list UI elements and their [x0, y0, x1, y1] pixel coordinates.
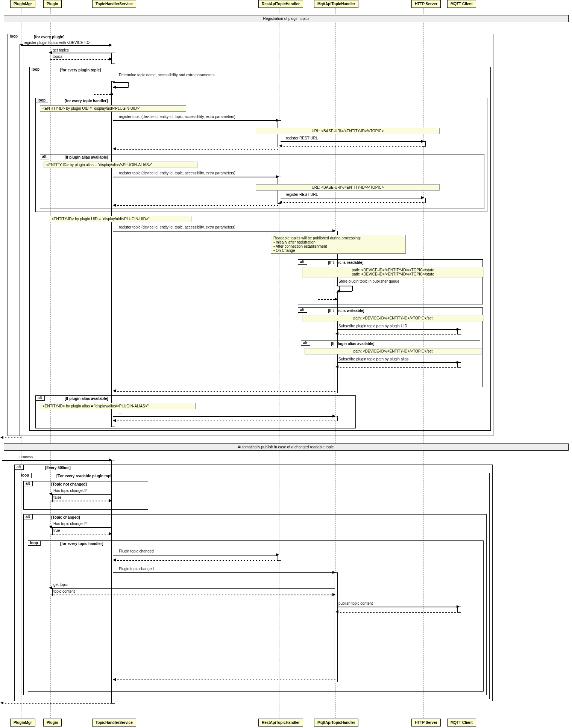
- note-readable-l2: Initially after registration: [276, 240, 316, 244]
- arrowhead-icon: [335, 365, 338, 368]
- actor-mqttclient: MQTT Client: [447, 0, 476, 8]
- arrow: [113, 231, 335, 232]
- arrow: [2, 437, 23, 438]
- arrow: [113, 555, 278, 555]
- arrow: [318, 299, 337, 300]
- arrow: [113, 120, 278, 121]
- msg-register-rest-url: register REST URL: [286, 136, 318, 140]
- actor-plugin: Plugin: [43, 0, 62, 8]
- arrow: [114, 421, 335, 421]
- msg-has-changed2: Has topic changed?: [53, 522, 86, 526]
- msg-process: process: [20, 455, 33, 459]
- msg-register-plugin-topics: register plugin topics with <DEVICE-ID>: [24, 41, 90, 45]
- arrowhead-icon: [113, 204, 116, 207]
- arrow: [281, 141, 423, 142]
- arrowhead-icon: [335, 332, 338, 335]
- arrowhead-icon: [113, 147, 116, 150]
- arrow: [114, 149, 279, 150]
- arrowhead-icon: [49, 492, 52, 495]
- note-url: URL: <BASE-URI>/<ENTITY-ID>/<TOPIC>: [256, 128, 440, 134]
- arrowhead-icon: [337, 289, 340, 292]
- divider-registration: Registration of plugin topics: [4, 15, 569, 22]
- arrowhead-icon: [457, 605, 460, 608]
- msg-subscribe-uid: Subscribe plugin topic path by plugin UI…: [338, 324, 407, 328]
- actor-httpserver: HTTP Server: [411, 0, 441, 8]
- arrowhead-icon: [457, 328, 460, 331]
- arrowhead-icon: [111, 92, 114, 95]
- arrow: [337, 334, 459, 334]
- arrow: [337, 362, 459, 363]
- actor-pluginmgr2: PluginMgr: [10, 719, 35, 726]
- note-path-set: path: <DEVICE-ID>/<ENTITY-ID>/<TOPIC>/se…: [302, 315, 484, 321]
- arrow: [114, 391, 335, 392]
- arrowhead-icon: [332, 229, 335, 232]
- arrow: [21, 45, 111, 46]
- arrow: [113, 82, 128, 83]
- msg-get-topic: get topic: [53, 583, 68, 587]
- arrow: [50, 494, 111, 495]
- arrowhead-icon: [49, 586, 52, 589]
- arrowhead-icon: [421, 140, 424, 143]
- arrowhead-icon: [0, 701, 3, 704]
- arrow: [337, 607, 459, 607]
- arrow: [2, 460, 112, 461]
- arrow: [337, 286, 352, 286]
- arrow: [113, 572, 335, 573]
- arrow: [2, 703, 112, 704]
- arrow: [352, 286, 353, 291]
- note-entity-uid: <ENTITY-ID> by plugin UID = "display/uid…: [40, 105, 186, 112]
- arrow: [337, 612, 459, 613]
- arrowhead-icon: [276, 119, 279, 122]
- arrowhead-icon: [276, 175, 279, 178]
- arrowhead-icon: [113, 389, 116, 392]
- arrow: [50, 534, 111, 534]
- msg-etc: ...: [119, 411, 122, 415]
- arrowhead-icon: [332, 593, 335, 596]
- msg-register-topic3: register topic (device id, entity id, to…: [119, 225, 235, 229]
- note-url2: URL: <BASE-URI>/<ENTITY-ID>/<TOPIC>: [256, 184, 440, 191]
- arrow: [114, 680, 335, 680]
- arrowhead-icon: [279, 144, 282, 147]
- actor-topichandlerservice2: TopicHandlerService: [92, 719, 136, 726]
- arrowhead-icon: [49, 525, 52, 528]
- actor-restapitopichandler: RestApiTopicHandler: [258, 0, 303, 8]
- arrowhead-icon: [109, 58, 112, 61]
- frag-alt7: [23, 481, 148, 510]
- arrowhead-icon: [421, 196, 424, 199]
- arrow: [113, 416, 335, 417]
- arrow: [50, 588, 335, 589]
- arrowhead-icon: [109, 532, 112, 535]
- msg-determine: Determine topic name, accessibility and …: [119, 73, 215, 77]
- actor-httpserver2: HTTP Server: [411, 719, 441, 726]
- msg-plugin-changed2: Plugin topic changed: [119, 567, 154, 571]
- arrowhead-icon: [113, 558, 116, 562]
- actor-topichandlerservice: TopicHandlerService: [92, 0, 136, 8]
- arrow: [128, 82, 129, 88]
- arrowhead-icon: [109, 459, 112, 462]
- msg-has-changed: Has topic changed?: [53, 489, 86, 493]
- note-entity-uid2: <ENTITY-ID> by plugin UID = "display/uid…: [49, 216, 191, 222]
- actor-pluginmgr: PluginMgr: [10, 0, 35, 8]
- actor-mqttapitopichandler: MqttApiTopicHandler: [314, 0, 358, 8]
- actor-mqttapitopichandler2: MqttApiTopicHandler: [314, 719, 358, 726]
- arrow: [281, 146, 423, 147]
- arrow: [114, 560, 279, 561]
- arrowhead-icon: [109, 44, 112, 47]
- msg-false: false: [53, 495, 61, 499]
- msg-true: true: [53, 528, 60, 533]
- arrow: [50, 595, 335, 595]
- msg-subscribe-alias: Subscribe plugin topic path by plugin al…: [338, 357, 408, 361]
- frag-loop5: [28, 540, 484, 692]
- arrow: [50, 53, 111, 53]
- arrowhead-icon: [279, 201, 282, 204]
- msg-publish: publish topic content: [338, 601, 373, 605]
- arrowhead-icon: [113, 419, 116, 422]
- arrow: [114, 205, 279, 206]
- msg-topics: topics: [53, 54, 62, 59]
- actor-mqttclient2: MQTT Client: [447, 719, 476, 726]
- path2: path: <DEVICE-ID>/<ENTITY-ID>/<TOPIC>/st…: [352, 272, 434, 276]
- frag-alt5: [35, 395, 356, 428]
- msg-register-topic2: register topic (device id, entity id, to…: [119, 171, 235, 175]
- actor-plugin2: Plugin: [43, 719, 62, 726]
- note-readable: Readable topics will be published during…: [271, 235, 406, 254]
